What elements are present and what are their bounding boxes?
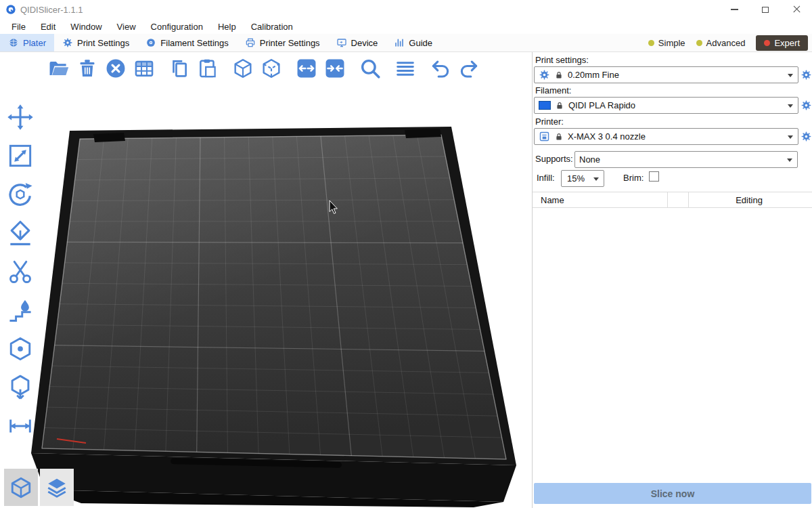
print-bed[interactable]	[0, 52, 532, 508]
filament-label: Filament:	[535, 85, 571, 96]
chevron-down-icon	[788, 104, 793, 108]
move-icon[interactable]	[5, 102, 35, 132]
search-icon[interactable]	[359, 57, 382, 80]
tab-plater[interactable]: Plater	[0, 34, 54, 51]
viewport-3d[interactable]	[0, 52, 532, 508]
supports-label: Supports:	[535, 154, 573, 164]
menu-configuration[interactable]: Configuration	[143, 22, 210, 32]
tab-filament-settings[interactable]: Filament Settings	[137, 34, 236, 51]
minimize-button[interactable]	[719, 0, 750, 19]
tab-plater-label: Plater	[23, 38, 46, 48]
printer-small-icon	[539, 131, 550, 142]
lock-icon	[555, 101, 564, 110]
infill-select[interactable]: 15%	[561, 170, 604, 187]
plater-toolbar	[47, 57, 480, 80]
printer-select[interactable]: X-MAX 3 0.4 nozzle	[534, 128, 798, 145]
preview-view-button[interactable]	[40, 469, 74, 506]
printer-gear-button[interactable]	[800, 131, 812, 142]
brim-checkbox[interactable]	[649, 171, 659, 182]
filament-select[interactable]: QIDI PLA Rapido	[534, 97, 798, 114]
menu-help[interactable]: Help	[210, 22, 244, 32]
scale-icon[interactable]	[5, 141, 35, 171]
print-settings-label: Print settings:	[535, 55, 589, 65]
guide-icon	[394, 37, 405, 48]
remove-instance-icon[interactable]	[323, 57, 346, 80]
print-settings-value: 0.20mm Fine	[568, 70, 619, 80]
chevron-down-icon	[593, 177, 599, 181]
tab-guide[interactable]: Guide	[386, 34, 441, 51]
window-title: QIDISlicer-1.1.1	[20, 5, 83, 15]
editing-column-header[interactable]: Editing	[688, 195, 810, 205]
undo-icon[interactable]	[429, 57, 452, 80]
filament-value: QIDI PLA Rapido	[568, 100, 635, 110]
chevron-down-icon	[787, 158, 792, 162]
split-to-parts-icon[interactable]	[260, 57, 283, 80]
print-settings-gear-button[interactable]	[800, 69, 812, 81]
main-tabbar: Plater Print Settings Filament Settings …	[0, 34, 812, 52]
lock-icon	[554, 70, 564, 80]
name-column-header[interactable]: Name	[541, 195, 564, 205]
seam-icon[interactable]	[5, 334, 35, 364]
tab-printer-settings[interactable]: Printer Settings	[237, 34, 328, 51]
split-to-objects-icon[interactable]	[231, 57, 254, 80]
menu-window[interactable]: Window	[63, 22, 109, 32]
tab-guide-label: Guide	[409, 38, 432, 48]
sink-icon[interactable]	[5, 373, 35, 402]
place-on-face-icon[interactable]	[5, 218, 35, 248]
cut-icon[interactable]	[5, 257, 35, 287]
tab-printer-settings-label: Printer Settings	[260, 38, 320, 48]
copy-icon[interactable]	[168, 57, 191, 80]
supports-value: None	[579, 154, 600, 165]
arrange-icon[interactable]	[133, 57, 156, 80]
mode-expert[interactable]: Expert	[756, 35, 808, 51]
redo-icon[interactable]	[457, 57, 480, 80]
tab-print-settings[interactable]: Print Settings	[54, 34, 137, 51]
chevron-down-icon	[788, 74, 793, 77]
advanced-mode-dot-icon	[696, 40, 702, 46]
filament-gear-button[interactable]	[800, 100, 812, 111]
editor-view-button[interactable]	[4, 469, 38, 506]
menu-calibration[interactable]: Calibration	[244, 22, 300, 32]
menu-view[interactable]: View	[110, 22, 143, 32]
app-window: QIDISlicer-1.1.1 File Edit Window View C…	[0, 0, 812, 508]
mode-expert-label: Expert	[774, 38, 800, 48]
mode-switcher: Simple Advanced Expert	[648, 34, 812, 51]
print-settings-select[interactable]: 0.20mm Fine	[534, 66, 798, 83]
gear-icon	[539, 69, 550, 81]
infill-label: Infill:	[537, 173, 555, 183]
variable-layer-height-icon[interactable]	[394, 57, 417, 80]
mode-advanced[interactable]: Advanced	[696, 38, 746, 48]
import-icon[interactable]	[47, 57, 70, 80]
menu-file[interactable]: File	[4, 22, 33, 32]
delete-all-icon[interactable]	[104, 57, 127, 80]
mode-simple-label: Simple	[658, 38, 685, 48]
editor-view-cube-icon	[9, 475, 33, 500]
tab-device-label: Device	[351, 38, 378, 48]
delete-icon[interactable]	[76, 57, 99, 80]
expert-mode-dot-icon	[764, 40, 770, 46]
infill-value: 15%	[567, 173, 585, 184]
paint-support-icon[interactable]	[5, 295, 35, 325]
mode-simple[interactable]: Simple	[648, 38, 685, 48]
view-toggle	[4, 469, 74, 506]
titlebar: QIDISlicer-1.1.1	[0, 0, 812, 19]
paste-icon[interactable]	[196, 57, 219, 80]
supports-select[interactable]: None	[574, 151, 798, 168]
slice-now-button[interactable]: Slice now	[534, 483, 811, 504]
gear-icon	[62, 37, 73, 48]
tab-device[interactable]: Device	[328, 34, 386, 51]
lock-icon	[554, 132, 564, 142]
mode-advanced-label: Advanced	[706, 38, 746, 48]
object-list[interactable]	[533, 208, 812, 481]
sidebar: Print settings: 0.20mm Fine Filament: QI…	[532, 52, 812, 508]
rotate-icon[interactable]	[5, 179, 35, 209]
maximize-button[interactable]	[750, 0, 781, 19]
add-instance-icon[interactable]	[295, 57, 318, 80]
measure-icon[interactable]	[5, 411, 35, 441]
simple-mode-dot-icon	[648, 40, 654, 46]
brim-label: Brim:	[623, 173, 644, 183]
menu-edit[interactable]: Edit	[33, 22, 63, 32]
device-icon	[336, 37, 347, 48]
gizmo-toolbar	[5, 102, 35, 450]
close-button[interactable]	[781, 0, 812, 19]
